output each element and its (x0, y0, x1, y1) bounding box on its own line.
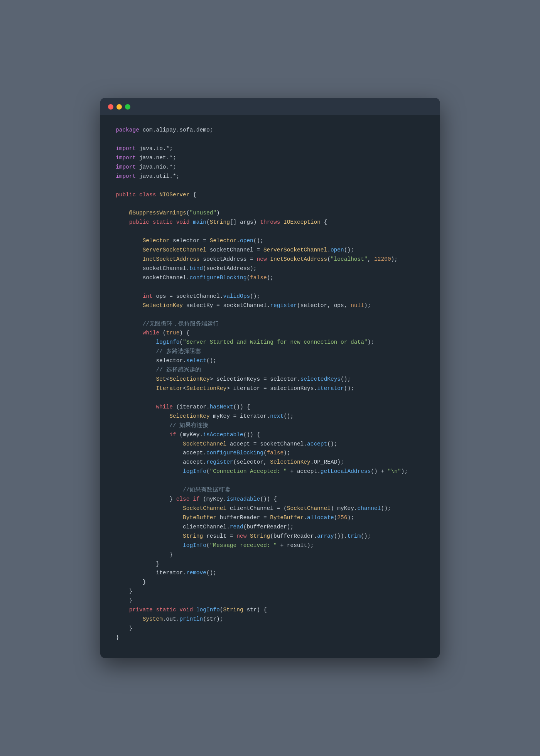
line-40: //如果有数据可读 (116, 486, 424, 495)
line-32: SelectionKey myKey = iterator.next(); (116, 412, 424, 421)
line-48: } (116, 560, 424, 569)
line-5: import java.nio.*; (116, 163, 424, 172)
line-41: } else if (myKey.isReadable()) { (116, 495, 424, 504)
code-editor-window: package com.alipay.sofa.demo; import jav… (100, 98, 440, 658)
line-29: Iterator<SelectionKey> iterator = select… (116, 384, 424, 393)
line-6: import java.util.*; (116, 172, 424, 181)
line-36: accept.configureBlocking(false); (116, 449, 424, 458)
minimize-button[interactable] (116, 104, 122, 110)
line-8: public class NIOServer { (116, 191, 424, 200)
line-47: } (116, 550, 424, 560)
line-50: } (116, 578, 424, 587)
line-46: logInfo("Message received: " + result); (116, 541, 424, 550)
line-31: while (iterator.hasNext()) { (116, 403, 424, 412)
line-28: Set<SelectionKey> selectionKeys = select… (116, 375, 424, 384)
line-35: SocketChannel accept = socketChannel.acc… (116, 440, 424, 449)
line-20: SelectionKey selectKy = socketChannel.re… (116, 301, 424, 310)
line-25: // 多路选择阻塞 (116, 347, 424, 356)
line-27: // 选择感兴趣的 (116, 366, 424, 375)
line-19: int ops = socketChannel.validOps(); (116, 292, 424, 301)
line-15: InetSocketAddress socketAddress = new In… (116, 255, 424, 264)
line-34: if (myKey.isAcceptable()) { (116, 430, 424, 440)
line-53: private static void logInfo(String str) … (116, 606, 424, 615)
line-33: // 如果有连接 (116, 421, 424, 430)
line-55: } (116, 624, 424, 633)
line-45: String result = new String(bufferReader.… (116, 532, 424, 541)
line-22: //无限循环，保持服务端运行 (116, 320, 424, 329)
line-11: public static void main(String[] args) t… (116, 218, 424, 227)
line-26: selector.select(); (116, 356, 424, 366)
line-43: ByteBuffer bufferReader = ByteBuffer.all… (116, 513, 424, 523)
line-16: socketChannel.bind(socketAddress); (116, 264, 424, 273)
line-17: socketChannel.configureBlocking(false); (116, 273, 424, 283)
close-button[interactable] (108, 104, 113, 110)
line-56: } (116, 633, 424, 643)
line-38: logInfo("Connection Accepted: " + accept… (116, 467, 424, 476)
line-54: System.out.println(str); (116, 615, 424, 624)
line-42: SocketChannel clientChannel = (SocketCha… (116, 504, 424, 513)
line-51: } (116, 587, 424, 596)
line-37: accept.register(selector, SelectionKey.O… (116, 458, 424, 467)
line-4: import java.net.*; (116, 154, 424, 163)
line-24: logInfo("Server Started and Waiting for … (116, 338, 424, 347)
line-14: ServerSocketChannel socketChannel = Serv… (116, 246, 424, 255)
line-52: } (116, 596, 424, 606)
line-49: iterator.remove(); (116, 569, 424, 578)
titlebar (100, 98, 440, 115)
line-44: clientChannel.read(bufferReader); (116, 523, 424, 532)
code-content: package com.alipay.sofa.demo; import jav… (100, 115, 440, 658)
maximize-button[interactable] (125, 104, 130, 110)
line-3: import java.io.*; (116, 144, 424, 154)
line-13: Selector selector = Selector.open(); (116, 236, 424, 246)
line-23: while (true) { (116, 329, 424, 338)
line-10: @SuppressWarnings("unused") (116, 209, 424, 218)
line-1: package com.alipay.sofa.demo; (116, 126, 424, 135)
